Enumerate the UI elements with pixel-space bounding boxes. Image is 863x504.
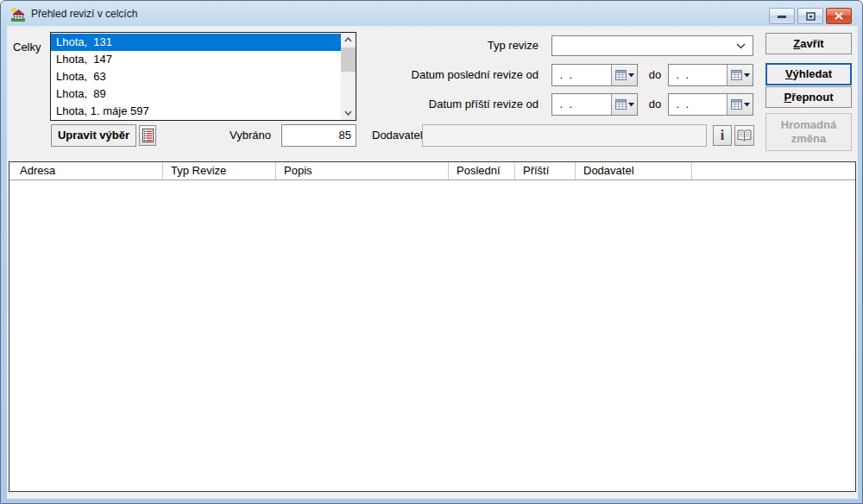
bulk-change-button[interactable]: Hromadná změna	[765, 113, 852, 151]
calendar-button[interactable]	[727, 94, 753, 115]
maximize-button[interactable]	[797, 8, 823, 24]
table-body[interactable]	[9, 180, 855, 491]
date-last-from-group: . .	[551, 64, 638, 86]
date-next-to-input[interactable]: . .	[669, 94, 727, 115]
vybrano-label: Vybráno	[184, 124, 271, 147]
typ-revize-label: Typ revize	[293, 35, 539, 56]
calendar-button[interactable]	[727, 65, 753, 85]
dropdown-arrow-icon	[628, 103, 634, 107]
calendar-button[interactable]	[611, 94, 637, 115]
close-button[interactable]	[826, 8, 852, 24]
client-area: Celky Lhota, 131 Lhota, 147 Lhota, 63 Lh…	[8, 27, 857, 498]
calendar-icon	[731, 99, 742, 110]
dropdown-arrow-icon	[744, 73, 750, 78]
table-header: Adresa Typ Revize Popis Poslední Příští …	[9, 162, 855, 180]
close-icon	[835, 12, 843, 20]
date-next-to-group: . .	[668, 93, 753, 116]
selection-list-button[interactable]	[139, 125, 156, 146]
date-last-to-group: . .	[668, 64, 753, 86]
calendar-icon	[731, 70, 742, 80]
date-last-from-input[interactable]: . .	[552, 65, 611, 85]
dropdown-arrow-icon	[628, 73, 634, 78]
column-header-popis[interactable]: Popis	[276, 162, 449, 180]
supplier-info-button[interactable]: i	[713, 125, 732, 146]
date-next-from-input[interactable]: . .	[552, 94, 611, 115]
list-icon	[142, 129, 154, 142]
column-header-adresa[interactable]: Adresa	[9, 162, 163, 180]
titlebar[interactable]: Přehled revizí v celcích	[1, 1, 862, 27]
dropdown-arrow-icon	[744, 103, 750, 107]
minimize-button[interactable]	[769, 8, 795, 24]
celky-label: Celky	[13, 41, 41, 54]
chevron-down-icon	[736, 43, 746, 49]
column-header-typ-revize[interactable]: Typ Revize	[163, 162, 276, 180]
window: Přehled revizí v celcích Celky Lhota, 13…	[0, 0, 863, 504]
dodavatel-field[interactable]	[422, 124, 707, 147]
column-header-filler	[692, 162, 855, 180]
switch-button[interactable]: Přepnout	[765, 86, 852, 108]
house-icon	[11, 8, 25, 22]
typ-revize-combobox[interactable]	[551, 35, 753, 56]
date-last-to-input[interactable]: . .	[669, 65, 727, 85]
column-header-posledni[interactable]: Poslední	[449, 162, 515, 180]
calendar-button[interactable]	[611, 65, 637, 85]
edit-selection-button[interactable]: Upravit výběr	[51, 124, 136, 147]
book-icon	[737, 129, 752, 142]
calendar-icon	[615, 99, 627, 110]
datum-pristi-label: Datum příští revize od	[293, 93, 539, 116]
column-header-dodavatel[interactable]: Dodavatel	[576, 162, 692, 180]
maximize-icon	[806, 12, 816, 21]
datum-posledni-label: Datum poslední revize od	[293, 64, 539, 86]
search-button[interactable]: Výhledat	[765, 63, 852, 85]
supplier-catalog-button[interactable]	[734, 125, 754, 146]
selected-count-field[interactable]: 85	[281, 124, 356, 147]
info-icon: i	[721, 129, 724, 142]
window-title: Přehled revizí v celcích	[31, 8, 137, 20]
minimize-icon	[778, 12, 786, 20]
date-next-from-group: . .	[551, 93, 638, 116]
close-action-button[interactable]: Zavřít	[765, 33, 852, 54]
revisions-table: Adresa Typ Revize Popis Poslední Příští …	[9, 161, 856, 492]
do-label: do	[643, 64, 667, 86]
do-label: do	[643, 93, 667, 116]
dodavatel-label: Dodavatel	[372, 124, 423, 147]
column-header-pristi[interactable]: Příští	[515, 162, 576, 180]
calendar-icon	[615, 70, 627, 80]
